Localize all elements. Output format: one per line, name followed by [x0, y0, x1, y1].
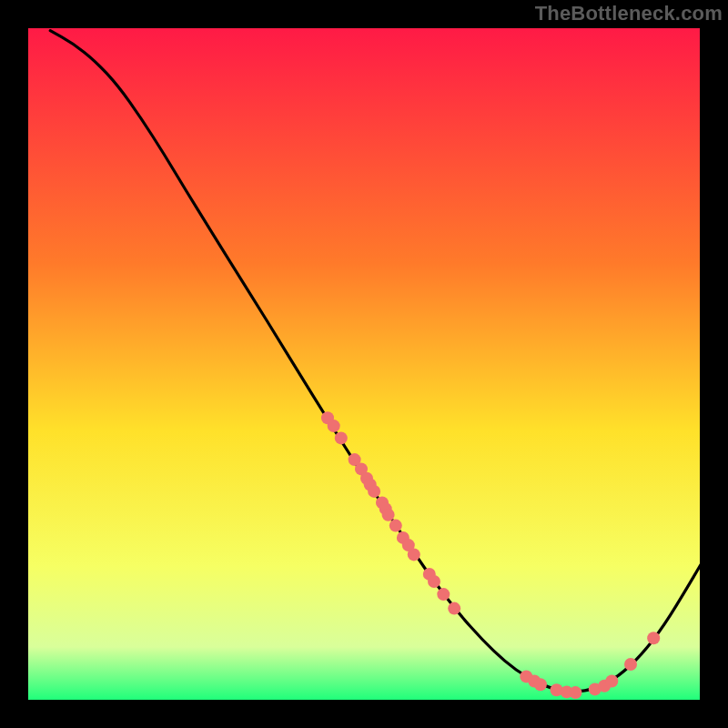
scatter-dot: [328, 420, 340, 432]
scatter-dot: [382, 509, 395, 521]
watermark-text: TheBottleneck.com: [535, 2, 723, 25]
scatter-dot: [448, 602, 460, 615]
scatter-dot: [368, 485, 380, 498]
scatter-dot: [569, 686, 581, 699]
scatter-dot: [647, 632, 660, 644]
scatter-dot: [605, 675, 618, 688]
scatter-dot: [624, 658, 637, 671]
scatter-dot: [335, 431, 348, 444]
scatter-dot: [437, 588, 450, 601]
bottleneck-chart: [0, 0, 728, 728]
scatter-dot: [428, 575, 440, 588]
chart-stage: { "watermark": "TheBottleneck.com", "col…: [0, 0, 728, 728]
scatter-dot: [389, 520, 402, 532]
scatter-dot: [408, 548, 420, 561]
plot-background: [27, 27, 701, 701]
scatter-dot: [534, 678, 547, 691]
